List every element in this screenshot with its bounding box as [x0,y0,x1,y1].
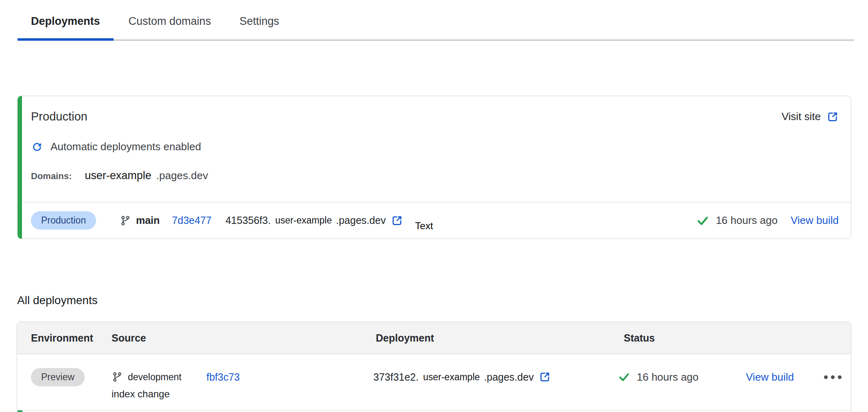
branch-name: main [136,215,160,226]
deployment-url-hash: 415356f3. [226,215,271,226]
column-environment: Environment [31,332,93,344]
deployment-external-link-icon[interactable] [391,215,403,227]
next-row-accent [18,410,22,412]
production-row-status: 16 hours ago View build [696,214,839,227]
tab-custom-domains[interactable]: Custom domains [115,15,225,41]
auto-deployments-row: Automatic deployments enabled [31,140,851,153]
all-deployments-heading: All deployments [17,294,98,307]
deployment-url-suffix: .pages.dev [484,371,534,383]
table-header: Environment Source Deployment Status [17,322,851,354]
auto-deployments-text: Automatic deployments enabled [50,140,201,153]
production-card: Production Visit site Automatic deployme… [18,96,851,239]
production-deployment-row: Production main 7d3e477 415356f3. user-e… [22,202,851,239]
external-link-icon [826,111,839,123]
git-branch-icon [120,215,131,226]
environment-badge: Preview [31,368,85,386]
tab-deployments[interactable]: Deployments [18,15,114,41]
column-deployment: Deployment [376,332,434,344]
domain-suffix: .pages.dev [156,169,208,182]
deployment-external-link-icon[interactable] [539,371,551,383]
column-source: Source [112,332,146,344]
check-icon [618,371,630,383]
domains-label: Domains: [31,171,72,182]
git-branch-icon [112,371,123,383]
production-title: Production [31,110,88,123]
view-build-link[interactable]: View build [746,368,794,386]
deployment-url-suffix: .pages.dev [336,215,386,226]
tab-bar: Deployments Custom domains Settings [18,0,854,41]
deployment-url-host: user-example [275,215,332,226]
text-annotation: Text [415,220,433,232]
domains-row: Domains: user-example .pages.dev [31,169,851,182]
more-menu-button[interactable] [824,368,842,386]
deployment-url-host: user-example [423,372,480,383]
visit-site-link[interactable]: Visit site [782,110,839,123]
check-icon [696,214,709,227]
view-build-link[interactable]: View build [791,214,839,227]
deploy-time: 16 hours ago [716,214,778,227]
deployments-table: Environment Source Deployment Status Pre… [17,322,851,412]
commit-message: index change [112,388,170,400]
domain-name: user-example [85,169,151,182]
more-menu-icon [824,375,842,379]
refresh-icon [31,141,43,153]
column-status: Status [624,332,655,344]
visit-site-label: Visit site [782,110,821,123]
deploy-time: 16 hours ago [637,371,699,384]
branch-name: development [128,372,182,383]
commit-link[interactable]: fbf3c73 [206,368,240,386]
environment-badge: Production [31,211,96,230]
table-row: Preview development fbf3c73 index change… [17,354,851,410]
tab-settings[interactable]: Settings [226,15,293,41]
production-card-header: Production Visit site [22,96,851,123]
deployment-url-hash: 373f31e2. [373,371,419,383]
commit-link[interactable]: 7d3e477 [172,215,211,226]
